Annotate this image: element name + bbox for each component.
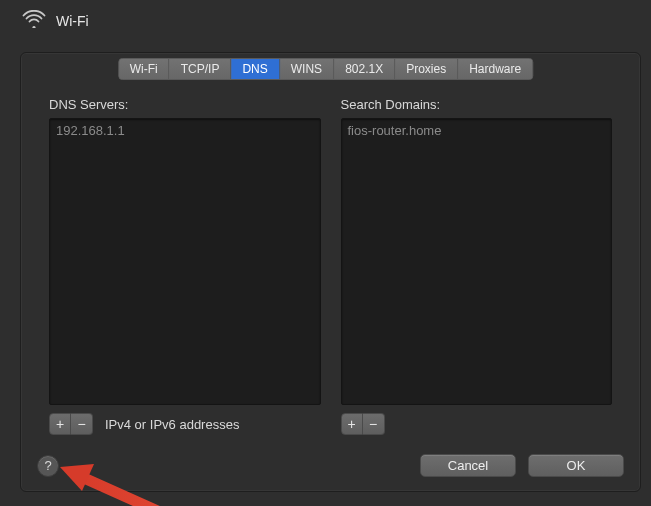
search-add-button[interactable]: +: [341, 413, 363, 435]
settings-frame: DNS Servers: 192.168.1.1 + − IPv4 or IPv…: [20, 52, 641, 492]
dns-servers-label: DNS Servers:: [49, 97, 321, 112]
tab-wifi[interactable]: Wi-Fi: [119, 59, 170, 79]
search-domain-entry[interactable]: fios-router.home: [348, 123, 606, 138]
window-header: Wi-Fi: [0, 0, 651, 39]
tab-proxies[interactable]: Proxies: [395, 59, 458, 79]
dns-servers-column: DNS Servers: 192.168.1.1 + − IPv4 or IPv…: [49, 97, 321, 435]
search-remove-button[interactable]: −: [363, 413, 385, 435]
tab-wins[interactable]: WINS: [280, 59, 334, 79]
tab-8021x[interactable]: 802.1X: [334, 59, 395, 79]
dns-add-button[interactable]: +: [49, 413, 71, 435]
ok-button[interactable]: OK: [528, 454, 624, 477]
window-title: Wi-Fi: [56, 13, 89, 29]
dns-servers-list[interactable]: 192.168.1.1: [49, 118, 321, 405]
help-button[interactable]: ?: [37, 455, 59, 477]
cancel-button[interactable]: Cancel: [420, 454, 516, 477]
dns-remove-button[interactable]: −: [71, 413, 93, 435]
search-domains-column: Search Domains: fios-router.home + −: [341, 97, 613, 435]
search-domains-list[interactable]: fios-router.home: [341, 118, 613, 405]
tab-bar: Wi-Fi TCP/IP DNS WINS 802.1X Proxies Har…: [118, 58, 533, 80]
tab-dns[interactable]: DNS: [231, 59, 279, 79]
search-domains-label: Search Domains:: [341, 97, 613, 112]
wifi-icon: [22, 10, 46, 31]
dns-hint: IPv4 or IPv6 addresses: [105, 417, 239, 432]
dns-server-entry[interactable]: 192.168.1.1: [56, 123, 314, 138]
tab-tcpip[interactable]: TCP/IP: [170, 59, 232, 79]
tab-hardware[interactable]: Hardware: [458, 59, 532, 79]
